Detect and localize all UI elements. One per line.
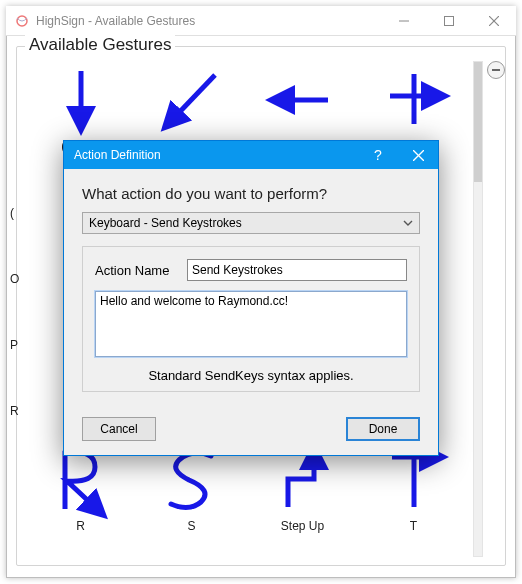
gesture-glyph bbox=[379, 61, 449, 139]
obscured-labels: ( O P R bbox=[10, 180, 24, 444]
action-name-label: Action Name bbox=[95, 263, 187, 278]
dialog-title: Action Definition bbox=[64, 148, 358, 162]
window-title: HighSign - Available Gestures bbox=[36, 14, 195, 28]
gesture-label: T bbox=[410, 519, 417, 533]
gesture-item-r[interactable]: R bbox=[25, 441, 136, 561]
dialog-help-button[interactable]: ? bbox=[358, 141, 398, 169]
dialog-close-button[interactable] bbox=[398, 141, 438, 169]
gesture-glyph bbox=[46, 61, 116, 139]
cancel-button[interactable]: Cancel bbox=[82, 417, 156, 441]
dialog-titlebar: Action Definition ? bbox=[64, 141, 438, 169]
action-type-value: Keyboard - Send Keystrokes bbox=[89, 216, 242, 230]
gesture-item-t[interactable]: T bbox=[358, 441, 469, 561]
remove-gesture-button[interactable] bbox=[487, 61, 505, 79]
action-definition-dialog: Action Definition ? What action do you w… bbox=[63, 140, 439, 456]
gesture-label: S bbox=[187, 519, 195, 533]
titlebar: HighSign - Available Gestures bbox=[6, 6, 516, 36]
app-icon bbox=[14, 13, 30, 29]
maximize-button[interactable] bbox=[426, 6, 471, 36]
action-script-textarea[interactable] bbox=[95, 291, 407, 357]
svg-rect-2 bbox=[444, 16, 453, 25]
action-type-combo[interactable]: Keyboard - Send Keystrokes bbox=[82, 212, 420, 234]
gesture-label: R bbox=[76, 519, 85, 533]
gesture-glyph bbox=[157, 61, 227, 139]
minimize-button[interactable] bbox=[381, 6, 426, 36]
syntax-hint: Standard SendKeys syntax applies. bbox=[95, 368, 407, 383]
action-name-input[interactable] bbox=[187, 259, 407, 281]
gesture-item-step-up[interactable]: Step Up bbox=[247, 441, 358, 561]
close-button[interactable] bbox=[471, 6, 516, 36]
gesture-label: Step Up bbox=[281, 519, 324, 533]
scrollbar-thumb[interactable] bbox=[474, 62, 482, 182]
minus-icon bbox=[492, 69, 500, 71]
gesture-item-s[interactable]: S bbox=[136, 441, 247, 561]
groupbox-label: Available Gestures bbox=[25, 35, 175, 55]
svg-line-6 bbox=[171, 75, 215, 121]
gestures-scrollbar[interactable] bbox=[473, 61, 483, 557]
action-details-panel: Action Name Standard SendKeys syntax app… bbox=[82, 246, 420, 392]
dialog-question: What action do you want to perform? bbox=[82, 185, 420, 202]
gesture-glyph bbox=[268, 61, 338, 139]
chevron-down-icon bbox=[403, 217, 413, 231]
done-button[interactable]: Done bbox=[346, 417, 420, 441]
